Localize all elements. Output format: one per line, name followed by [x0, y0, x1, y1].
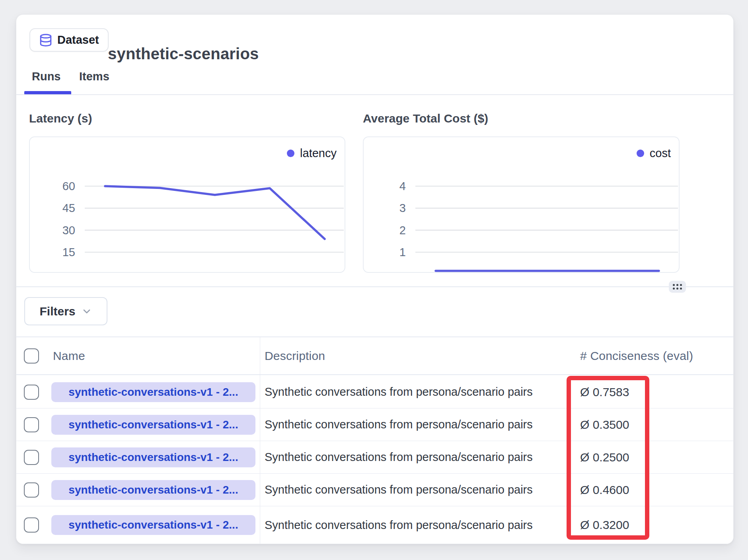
cost-chart-title: Average Total Cost ($)	[363, 112, 488, 125]
run-name-label: synthetic-conversations-v1 - 2...	[68, 451, 238, 464]
run-name-label: synthetic-conversations-v1 - 2...	[68, 519, 238, 531]
chevron-down-icon	[81, 306, 92, 317]
run-name-badge[interactable]: synthetic-conversations-v1 - 2...	[51, 515, 255, 535]
run-description: Synthetic conversations from persona/sce…	[265, 519, 533, 531]
svg-text:4: 4	[399, 180, 406, 192]
filters-button-label: Filters	[39, 305, 75, 318]
svg-text:60: 60	[62, 180, 75, 192]
row-checkbox[interactable]	[24, 385, 39, 400]
latency-legend: latency	[287, 147, 337, 160]
cost-legend-dot-icon	[637, 150, 644, 157]
table-row: synthetic-conversations-v1 - 2... Synthe…	[16, 474, 733, 506]
svg-text:3: 3	[399, 202, 406, 214]
drag-handle-icon	[673, 284, 682, 290]
latency-legend-label: latency	[300, 147, 337, 160]
svg-text:45: 45	[62, 202, 75, 214]
row-checkbox[interactable]	[24, 517, 39, 533]
run-description: Synthetic conversations from persona/sce…	[265, 385, 533, 398]
filters-button[interactable]: Filters	[24, 297, 107, 325]
name-description-column-divider	[260, 336, 260, 544]
column-header-description: Description	[265, 349, 325, 362]
page-title: synthetic-scenarios	[108, 45, 259, 63]
run-description: Synthetic conversations from persona/sce…	[265, 483, 533, 496]
panel-resize-handle[interactable]	[669, 281, 686, 293]
row-checkbox[interactable]	[24, 450, 39, 465]
tab-runs[interactable]: Runs	[32, 70, 61, 83]
run-conciseness-value: Ø 0.2500	[580, 451, 629, 464]
latency-chart: 60453015 latency	[29, 136, 345, 273]
run-conciseness-value: Ø 0.7583	[580, 385, 629, 399]
run-name-badge[interactable]: synthetic-conversations-v1 - 2...	[51, 480, 255, 500]
table-row: synthetic-conversations-v1 - 2... Synthe…	[16, 506, 733, 544]
database-icon	[39, 33, 53, 47]
run-description: Synthetic conversations from persona/sce…	[265, 418, 533, 431]
cost-chart-plot: 4321	[364, 137, 679, 272]
run-name-badge[interactable]: synthetic-conversations-v1 - 2...	[51, 447, 255, 467]
svg-text:30: 30	[62, 224, 75, 237]
run-name-label: synthetic-conversations-v1 - 2...	[68, 386, 238, 399]
run-name-label: synthetic-conversations-v1 - 2...	[68, 484, 238, 496]
table-body: synthetic-conversations-v1 - 2... Synthe…	[16, 376, 733, 544]
table-row: synthetic-conversations-v1 - 2... Synthe…	[16, 376, 733, 408]
tab-items[interactable]: Items	[79, 70, 109, 83]
cost-legend: cost	[637, 147, 671, 160]
row-checkbox[interactable]	[24, 482, 39, 498]
cost-legend-label: cost	[650, 147, 671, 160]
svg-text:2: 2	[399, 224, 406, 237]
row-checkbox[interactable]	[24, 417, 39, 432]
dataset-badge: Dataset	[29, 28, 109, 52]
panel-separator	[16, 286, 733, 287]
latency-chart-title: Latency (s)	[29, 112, 92, 125]
run-conciseness-value: Ø 0.3200	[580, 518, 629, 531]
dataset-page-card: Dataset synthetic-scenarios Runs Items L…	[16, 14, 734, 544]
run-name-label: synthetic-conversations-v1 - 2...	[68, 418, 238, 431]
run-description: Synthetic conversations from persona/sce…	[265, 451, 533, 463]
svg-text:1: 1	[399, 246, 406, 259]
run-name-badge[interactable]: synthetic-conversations-v1 - 2...	[51, 382, 255, 402]
cost-chart: 4321 cost	[363, 136, 680, 273]
table-row: synthetic-conversations-v1 - 2... Synthe…	[16, 441, 733, 474]
column-header-name: Name	[53, 349, 85, 362]
tabs-bottom-border	[16, 94, 733, 95]
table-row: synthetic-conversations-v1 - 2... Synthe…	[16, 408, 733, 441]
select-all-checkbox[interactable]	[24, 348, 39, 364]
run-name-badge[interactable]: synthetic-conversations-v1 - 2...	[51, 415, 255, 435]
latency-legend-dot-icon	[287, 150, 294, 157]
run-conciseness-value: Ø 0.3500	[580, 418, 629, 431]
run-conciseness-value: Ø 0.4600	[580, 483, 629, 496]
table-header-row: Name Description # Conciseness (eval)	[16, 336, 733, 375]
dataset-badge-label: Dataset	[57, 33, 99, 47]
column-header-conciseness: # Conciseness (eval)	[580, 349, 693, 362]
svg-text:15: 15	[62, 246, 75, 259]
